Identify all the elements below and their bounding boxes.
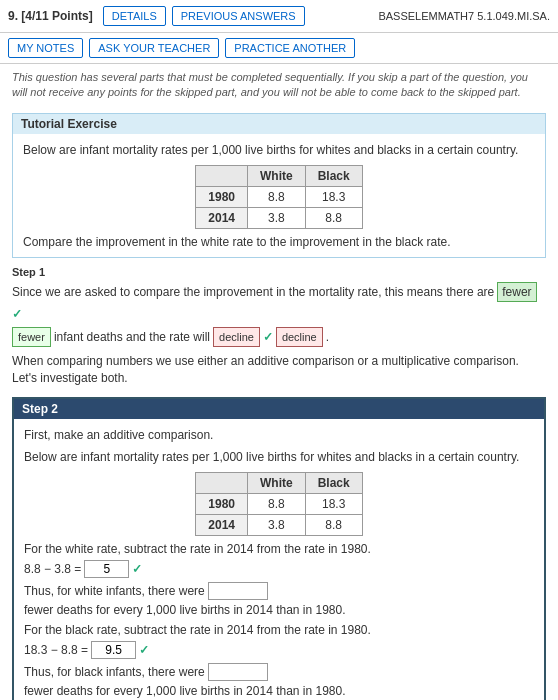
s2-cell-white-2014: 3.8 <box>248 515 306 536</box>
tutorial-body: Below are infant mortality rates per 1,0… <box>12 134 546 258</box>
check-icon-1: ✓ <box>12 305 22 323</box>
white-result-line: Thus, for white infants, there were fewe… <box>24 582 534 617</box>
col-header-white: White <box>248 165 306 186</box>
s2-col-header-empty <box>196 473 248 494</box>
black-answer-input[interactable] <box>91 641 136 659</box>
step2-body: First, make an additive comparison. Belo… <box>14 419 544 700</box>
step1-text2: infant deaths and the rate will <box>54 328 210 346</box>
white-suffix-text: fewer deaths for every 1,000 live births… <box>24 603 346 617</box>
table-row: 2014 3.8 8.8 <box>196 515 362 536</box>
cell-black-1980: 18.3 <box>305 186 362 207</box>
col-header-black: Black <box>305 165 362 186</box>
step2-header: Step 2 <box>14 399 544 419</box>
black-blank-input[interactable] <box>208 663 268 681</box>
main-content: Tutorial Exercise Below are infant morta… <box>0 113 558 700</box>
fewer-badge: fewer <box>12 327 51 348</box>
white-check-icon: ✓ <box>132 562 142 576</box>
tutorial-intro: Below are infant mortality rates per 1,0… <box>23 142 535 159</box>
notice-text: This question has several parts that mus… <box>0 64 558 105</box>
s2-row-year-2014: 2014 <box>196 515 248 536</box>
second-bar: MY NOTES ASK YOUR TEACHER PRACTICE ANOTH… <box>0 33 558 64</box>
cell-white-1980: 8.8 <box>248 186 306 207</box>
white-blank-input[interactable] <box>208 582 268 600</box>
black-suffix-text: fewer deaths for every 1,000 live births… <box>24 684 346 698</box>
step1-text4: When comparing numbers we use either an … <box>12 353 546 387</box>
step1-body: Since we are asked to compare the improv… <box>12 282 546 387</box>
black-formula: 18.3 − 8.8 = <box>24 643 88 657</box>
decline-badge2: decline <box>276 327 323 348</box>
decline-badge: decline <box>213 327 260 348</box>
compare-text: Compare the improvement in the white rat… <box>23 235 535 249</box>
ask-your-teacher-button[interactable]: ASK YOUR TEACHER <box>89 38 219 58</box>
top-bar: 9. [4/11 Points] DETAILS PREVIOUS ANSWER… <box>0 0 558 33</box>
step2-intro2: Below are infant mortality rates per 1,0… <box>24 449 534 466</box>
cell-black-2014: 8.8 <box>305 207 362 228</box>
white-rate-text: For the white rate, subtract the rate in… <box>24 542 534 556</box>
black-result-line: Thus, for black infants, there were fewe… <box>24 663 534 698</box>
my-notes-button[interactable]: MY NOTES <box>8 38 83 58</box>
s2-cell-black-2014: 8.8 <box>305 515 362 536</box>
s2-col-header-black: Black <box>305 473 362 494</box>
step1-line2: fewer infant deaths and the rate will de… <box>12 327 546 348</box>
table-row: 1980 8.8 18.3 <box>196 186 362 207</box>
check-icon-2: ✓ <box>263 328 273 346</box>
black-formula-line: 18.3 − 8.8 = ✓ <box>24 641 534 659</box>
step2-box: Step 2 First, make an additive compariso… <box>12 397 546 700</box>
table-row: 1980 8.8 18.3 <box>196 494 362 515</box>
details-button[interactable]: DETAILS <box>103 6 166 26</box>
black-result-text: Thus, for black infants, there were <box>24 665 205 679</box>
white-result-text: Thus, for white infants, there were <box>24 584 205 598</box>
table-row: 2014 3.8 8.8 <box>196 207 362 228</box>
step1-line1: Since we are asked to compare the improv… <box>12 282 546 323</box>
row-year-1980: 1980 <box>196 186 248 207</box>
black-rate-text: For the black rate, subtract the rate in… <box>24 623 534 637</box>
question-label: 9. [4/11 Points] <box>8 9 93 23</box>
step2-intro1: First, make an additive comparison. <box>24 427 534 444</box>
tutorial-table: White Black 1980 8.8 18.3 2014 3.8 8.8 <box>195 165 362 229</box>
step1-text1: Since we are asked to compare the improv… <box>12 283 494 301</box>
tag-fewer: fewer <box>497 282 536 302</box>
previous-answers-button[interactable]: PREVIOUS ANSWERS <box>172 6 305 26</box>
col-header-empty <box>196 165 248 186</box>
practice-another-button[interactable]: PRACTICE ANOTHER <box>225 38 355 58</box>
step2-table: White Black 1980 8.8 18.3 2014 3.8 8.8 <box>195 472 362 536</box>
tutorial-header: Tutorial Exercise <box>12 113 546 134</box>
step1-text3: . <box>326 328 329 346</box>
s2-cell-black-1980: 18.3 <box>305 494 362 515</box>
white-formula: 8.8 − 3.8 = <box>24 562 81 576</box>
s2-col-header-white: White <box>248 473 306 494</box>
cell-white-2014: 3.8 <box>248 207 306 228</box>
step1-label: Step 1 <box>12 266 546 278</box>
black-check-icon: ✓ <box>139 643 149 657</box>
white-formula-line: 8.8 − 3.8 = ✓ <box>24 560 534 578</box>
s2-cell-white-1980: 8.8 <box>248 494 306 515</box>
s2-row-year-1980: 1980 <box>196 494 248 515</box>
white-answer-input[interactable] <box>84 560 129 578</box>
row-year-2014: 2014 <box>196 207 248 228</box>
course-label: BASSELEMMATH7 5.1.049.MI.SA. <box>378 10 550 22</box>
